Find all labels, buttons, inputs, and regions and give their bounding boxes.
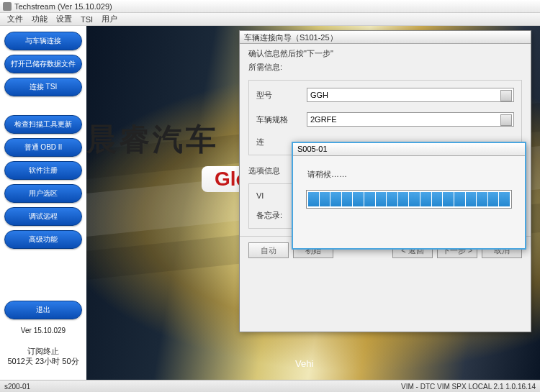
wizard-subtitle: 确认信息然后按"下一步" [240,44,531,59]
version-label: Ver 15.10.029 [4,327,82,334]
status-left: s200-01 [4,383,30,391]
menu-function[interactable]: 功能 [27,14,52,24]
connect-vehicle-button[interactable]: 与车辆连接 [4,32,82,50]
open-file-button[interactable]: 打开已储存数据文件 [4,55,82,73]
remote-button[interactable]: 调试远程 [4,207,82,226]
user-area-button[interactable]: 用户选区 [4,184,82,203]
engine-combo[interactable]: 2GRFE [307,112,514,127]
menu-tsi[interactable]: TSI [76,15,97,24]
wizard-title: 车辆连接向导（S101-25） [240,31,531,44]
auto-button[interactable]: 自动 [248,242,289,258]
generic-obd2-button[interactable]: 普通 OBD II [4,138,82,157]
expiry-label: 订阅终止 5012天 23小时 50分 [4,346,82,367]
register-button[interactable]: 软件注册 [4,161,82,180]
menubar: 文件 功能 设置 TSI 用户 [0,13,540,26]
menu-settings[interactable]: 设置 [52,14,76,24]
engine-label: 车辆规格 [256,114,307,125]
vehicle-text: Vehi [295,358,313,369]
exit-button[interactable]: 退出 [4,301,82,319]
progress-dialog: S005-01 请稍候…… [292,142,526,250]
advanced-button[interactable]: 高级功能 [4,230,82,249]
check-update-button[interactable]: 检查扫描工具更新 [4,115,82,134]
titlebar: Techstream (Ver 15.10.029) [0,0,540,13]
progress-text: 请稍候…… [293,156,525,190]
menu-user[interactable]: 用户 [97,14,122,24]
model-label: 型号 [256,90,307,101]
statusbar: s200-01 VIM - DTC VIM SPX LOCAL 2.1 1.0.… [0,380,540,392]
wizard-section-label: 所需信息: [240,59,531,77]
titlebar-text: Techstream (Ver 15.10.029) [14,2,112,11]
app-icon [3,2,12,11]
menu-file[interactable]: 文件 [3,14,27,24]
connect-tsi-button[interactable]: 连接 TSI [4,78,82,96]
status-right: VIM - DTC VIM SPX LOCAL 2.1 1.0.16.14 [401,383,536,391]
main-area: 晨睿汽车 Globa Vehi 车辆连接向导（S101-25） 确认信息然后按"… [86,26,540,380]
progress-title: S005-01 [293,143,525,156]
model-combo[interactable]: GGH [307,88,514,102]
progress-bar [306,190,512,209]
sidebar: 与车辆连接 打开已储存数据文件 连接 TSI 检查扫描工具更新 普通 OBD I… [0,26,86,380]
